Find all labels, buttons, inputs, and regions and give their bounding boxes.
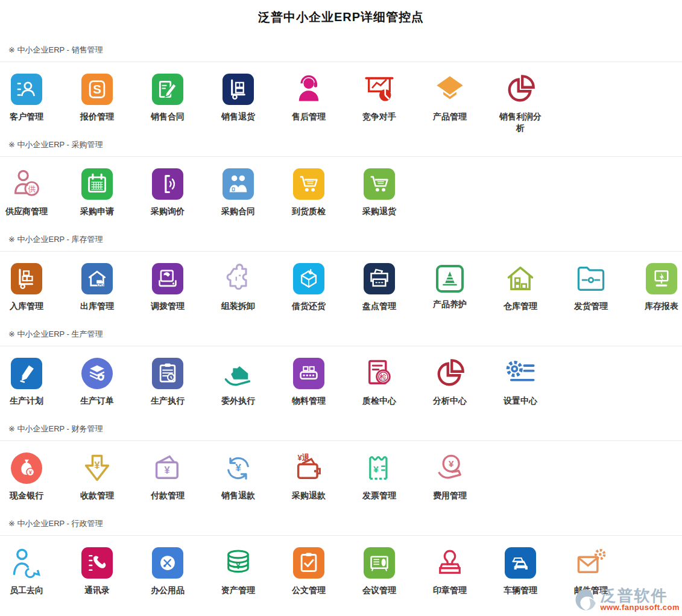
feature-label: 现金银行 (2, 490, 51, 501)
svg-text:¥: ¥ (94, 460, 99, 471)
folder-icon (575, 263, 607, 294)
feature-item[interactable]: 借货还货 (285, 263, 355, 312)
feature-item[interactable]: 办公用品 (144, 547, 214, 596)
feature-label: 售后管理 (285, 111, 333, 122)
gear-lines-icon (505, 358, 536, 389)
feature-item[interactable]: 销售利润分析 (496, 74, 567, 134)
feature-label: 供应商管理 (2, 206, 51, 217)
printer-icon (364, 263, 395, 294)
feature-item[interactable]: 盘点管理 (355, 263, 426, 312)
feature-label: 公文管理 (285, 585, 333, 596)
feature-item[interactable]: 检质检中心 (355, 358, 426, 407)
feature-item[interactable]: 采购合同 (214, 168, 285, 217)
feature-label: 仓库管理 (496, 300, 545, 312)
feature-item[interactable]: 供供应商管理 (2, 168, 73, 217)
supplier-person-icon: 供 (11, 168, 42, 200)
feature-item[interactable]: 车辆管理 (496, 547, 567, 596)
feature-item[interactable]: 售后管理 (285, 74, 355, 122)
feature-item[interactable]: ¥收款管理 (73, 452, 144, 501)
feature-item[interactable]: 出库管理 (73, 263, 144, 312)
feature-item[interactable]: 设置中心 (496, 358, 567, 407)
feature-item[interactable]: 入库管理 (2, 263, 73, 312)
feature-label: 销售退货 (214, 111, 262, 122)
feature-item[interactable]: S报价管理 (73, 74, 144, 122)
feature-item[interactable]: 采购申请 (73, 168, 144, 217)
feature-label: 印章管理 (426, 585, 474, 596)
feature-label: 车辆管理 (496, 585, 545, 596)
envelope-gear-icon (575, 547, 607, 579)
feature-item[interactable]: 库存报表 (637, 263, 682, 312)
feature-item[interactable]: 调拨管理 (144, 263, 214, 312)
feature-item[interactable]: 生产执行 (144, 358, 214, 407)
cone-icon (436, 265, 464, 293)
feature-item[interactable]: 生产计划 (2, 358, 73, 407)
feature-item[interactable]: 到货质检 (285, 168, 355, 217)
erp-feature-page: 泛普中小企业ERP详细管控点 ※ 中小企业ERP - 销售管理客户管理S报价管理… (0, 0, 682, 614)
section-heading: ※ 中小企业ERP - 行政管理 (0, 519, 682, 528)
logo-website[interactable]: www.fanpusoft.com (600, 603, 680, 612)
feature-item[interactable]: 销售合同 (144, 74, 214, 122)
feature-item[interactable]: 公文管理 (285, 547, 355, 596)
tools-circle-icon (152, 547, 183, 579)
conveyor-icon (293, 358, 324, 389)
feature-label: 报价管理 (73, 111, 121, 122)
cart-icon (293, 168, 324, 200)
feature-item[interactable]: 发货管理 (567, 263, 637, 312)
feature-item[interactable]: ¥资产管理 (214, 547, 285, 596)
feature-item[interactable]: 生产订单 (73, 358, 144, 407)
section: ※ 中小企业ERP - 销售管理客户管理S报价管理销售合同销售退货售后管理竞争对… (0, 45, 682, 140)
feature-label: 入库管理 (2, 300, 51, 312)
projector-icon (364, 547, 395, 579)
feature-label: 委外执行 (214, 395, 262, 407)
feature-label: 采购合同 (214, 206, 262, 217)
feature-label: 资产管理 (214, 585, 262, 596)
feature-item[interactable]: 客户管理 (2, 74, 73, 122)
fanpu-logo-icon (573, 587, 599, 612)
feature-label: 竞争对手 (355, 111, 403, 122)
feature-item[interactable]: 印章管理 (426, 547, 496, 596)
feature-item[interactable]: 物料管理 (285, 358, 355, 407)
feature-item[interactable]: ¥发票管理 (355, 452, 426, 501)
page-title: 泛普中小企业ERP详细管控点 (0, 0, 682, 25)
handshake-people-icon (223, 168, 254, 200)
feature-label: 员工去向 (2, 585, 51, 596)
feature-item[interactable]: ¥退采购退款 (285, 452, 355, 501)
pie-chart-icon (505, 74, 536, 105)
feature-item[interactable]: 采购询价 (144, 168, 214, 217)
product-box-icon (434, 74, 466, 105)
arrow-down-yen-icon: ¥ (81, 452, 113, 484)
feature-label: 到货质检 (285, 206, 333, 217)
feature-item[interactable]: ¥销售退款 (214, 452, 285, 501)
phone-book-icon (81, 547, 113, 579)
feature-label: 生产订单 (73, 395, 121, 407)
clipboard-check-icon (293, 547, 324, 579)
feature-item[interactable]: 销售退货 (214, 74, 285, 122)
feature-label: 采购退款 (285, 490, 333, 501)
feature-label: 客户管理 (2, 111, 51, 122)
feature-item[interactable]: 会议管理 (355, 547, 426, 596)
refresh-yen-icon: ¥ (223, 452, 254, 484)
handset-tray-icon (152, 263, 183, 294)
feature-item[interactable]: 仓库管理 (496, 263, 567, 312)
feature-grid: 入库管理出库管理调拨管理组装拆卸借货还货盘点管理产品养护仓库管理发货管理库存报表 (0, 252, 682, 312)
monitor-click-icon (646, 263, 677, 294)
stacked-boxes-truck-icon (11, 263, 42, 294)
feature-item[interactable]: 分析中心 (426, 358, 496, 407)
feature-item[interactable]: 竞争对手 (355, 74, 426, 122)
section-heading: ※ 中小企业ERP - 采购管理 (0, 140, 682, 149)
feature-item[interactable]: 组装拆卸 (214, 263, 285, 312)
feature-label: 办公用品 (144, 585, 192, 596)
headset-person-icon (293, 74, 324, 105)
feature-item[interactable]: 委外执行 (214, 358, 285, 407)
svg-text:¥: ¥ (235, 462, 241, 474)
feature-item[interactable]: ¥费用管理 (426, 452, 496, 501)
section-heading: ※ 中小企业ERP - 生产管理 (0, 329, 682, 338)
feature-item[interactable]: 采购退货 (355, 168, 426, 217)
feature-item[interactable]: 产品养护 (426, 263, 496, 310)
feature-item[interactable]: ¥现金银行 (2, 452, 73, 501)
feature-item[interactable]: ¥付款管理 (144, 452, 214, 501)
feature-item[interactable]: 通讯录 (73, 547, 144, 596)
feature-item[interactable]: 员工去向 (2, 547, 73, 596)
feature-label: 借货还货 (285, 300, 333, 312)
feature-item[interactable]: 产品管理 (426, 74, 496, 122)
